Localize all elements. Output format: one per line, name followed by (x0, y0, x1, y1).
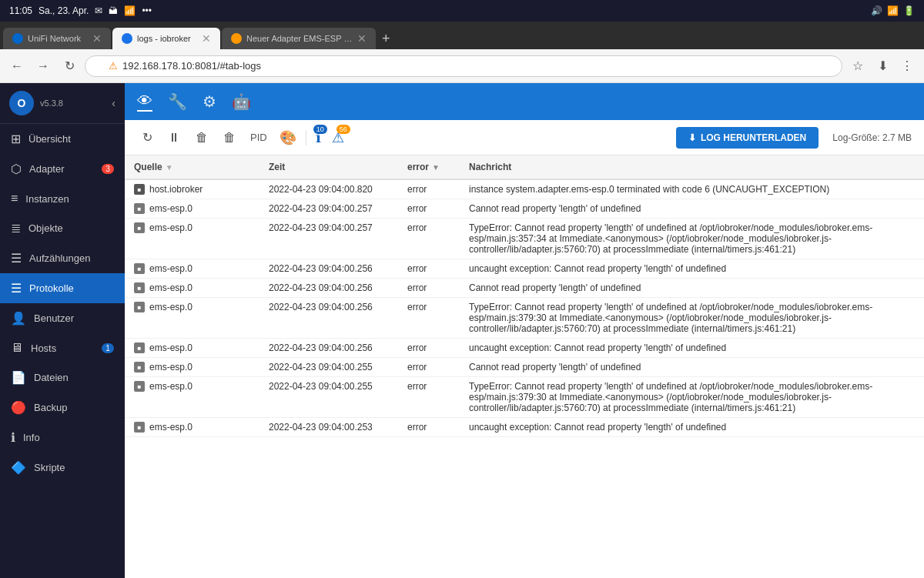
status-time: 11:05 (9, 5, 32, 16)
top-nav: 👁 🔧 ⚙ 🤖 (125, 83, 924, 120)
cell-source: ■ems-esp.0 (125, 279, 259, 298)
sidebar-label-hosts: Hosts (31, 342, 94, 354)
top-nav-wrench[interactable]: 🔧 (168, 92, 187, 111)
source-name: ems-esp.0 (149, 282, 192, 293)
forward-button[interactable]: → (32, 55, 54, 77)
hosts-badge: 1 (102, 343, 114, 353)
log-table-container[interactable]: Quelle ▼ Zeit error ▼ (125, 155, 924, 578)
tab-title-new-adapter: Neuer Adapter EMS-ESP für E (246, 34, 353, 43)
sidebar-item-backup[interactable]: 🔴 Backup (0, 393, 125, 423)
url-bar[interactable]: ⚠ 192.168.178.10:8081/#tab-logs (85, 55, 842, 77)
sidebar-item-instanzen[interactable]: ≡ Instanzen (0, 184, 125, 213)
sidebar: O v5.3.8 ‹ ⊞ Übersicht ⬡ Adapter 3 ≡ Ins… (0, 83, 125, 578)
col-header-source: Quelle ▼ (125, 155, 259, 179)
sidebar-item-skripte[interactable]: 🔷 Skripte (0, 453, 125, 483)
browser-tabs: UniFi Network ✕ logs - iobroker ✕ Neuer … (0, 22, 924, 49)
status-battery-icon: 🔋 (903, 5, 915, 16)
status-bar-right: 🔊 📶 🔋 (871, 5, 915, 16)
sidebar-item-objekte[interactable]: ≣ Objekte (0, 213, 125, 243)
cell-level: error (398, 179, 460, 199)
sidebar-item-protokolle[interactable]: ☰ Protokolle (0, 273, 125, 303)
sidebar-collapse-button[interactable]: ‹ (112, 97, 116, 109)
sidebar-item-hosts[interactable]: 🖥 Hosts 1 (0, 333, 125, 363)
logo-letter: O (18, 97, 26, 109)
cell-level: error (398, 339, 460, 358)
source-name: ems-esp.0 (149, 263, 192, 274)
benutzer-icon: 👤 (11, 311, 26, 326)
reload-button[interactable]: ↻ (59, 55, 80, 77)
top-nav-eye[interactable]: 👁 (137, 92, 152, 112)
source-type-icon: ■ (134, 422, 145, 433)
bookmark-button[interactable]: ☆ (847, 55, 869, 77)
notification-warning-button[interactable]: ⚠ 56 (329, 128, 347, 148)
cell-level: error (398, 219, 460, 259)
tab-close-iobroker[interactable]: ✕ (202, 32, 211, 45)
sidebar-item-info[interactable]: ℹ Info (0, 423, 125, 453)
cell-level: error (398, 199, 460, 219)
notification-info-button[interactable]: ℹ 10 (313, 128, 324, 148)
sidebar-item-benutzer[interactable]: 👤 Benutzer (0, 303, 125, 333)
pause-button[interactable]: ⏸ (162, 127, 186, 149)
download-log-button[interactable]: ⬇ LOG HERUNTERLADEN (676, 127, 819, 149)
tab-title-unifi: UniFi Network (28, 34, 88, 43)
cell-time: 2022-04-23 09:04:00.256 (259, 259, 398, 279)
cell-source: ■ems-esp.0 (125, 377, 259, 418)
download-button[interactable]: ⬇ (872, 55, 893, 77)
cell-source: ■ems-esp.0 (125, 199, 259, 219)
cell-time: 2022-04-23 09:04:00.255 (259, 358, 398, 377)
sidebar-item-adapter[interactable]: ⬡ Adapter 3 (0, 154, 125, 184)
table-row: ■ems-esp.02022-04-23 09:04:00.256errorCa… (125, 279, 924, 298)
status-volume-icon: 🔊 (871, 5, 882, 16)
clear-button[interactable]: 🗑 (218, 127, 241, 149)
color-palette-button[interactable]: 🎨 (276, 128, 300, 148)
new-tab-button[interactable]: + (377, 28, 395, 49)
col-source-sort[interactable]: ▼ (166, 163, 173, 172)
sidebar-item-ubersicht[interactable]: ⊞ Übersicht (0, 124, 125, 154)
source-type-icon: ■ (134, 302, 145, 312)
tab-iobroker[interactable]: logs - iobroker ✕ (112, 28, 220, 49)
cell-time: 2022-04-23 09:04:00.257 (259, 219, 398, 259)
info-icon: ℹ (11, 430, 15, 445)
cell-source: ■ems-esp.0 (125, 418, 259, 437)
delete-button[interactable]: 🗑 (190, 127, 213, 149)
table-row: ■ems-esp.02022-04-23 09:04:00.255errorTy… (125, 377, 924, 418)
cell-level: error (398, 298, 460, 339)
cell-time: 2022-04-23 09:04:00.256 (259, 339, 398, 358)
cell-message: uncaught exception: Cannot read property… (460, 259, 924, 279)
tab-unifi[interactable]: UniFi Network ✕ (3, 28, 111, 49)
sidebar-item-dateien[interactable]: 📄 Dateien (0, 363, 125, 393)
cell-message: Cannot read property 'length' of undefin… (460, 358, 924, 377)
source-name: ems-esp.0 (149, 422, 192, 433)
cell-message: TypeError: Cannot read property 'length'… (460, 298, 924, 339)
source-type-icon: ■ (134, 263, 145, 274)
source-type-icon: ■ (134, 381, 145, 392)
refresh-button[interactable]: ↻ (137, 126, 158, 149)
tab-new-adapter[interactable]: Neuer Adapter EMS-ESP für E ✕ (222, 28, 376, 49)
tab-close-new-adapter[interactable]: ✕ (357, 32, 367, 45)
tab-close-unifi[interactable]: ✕ (92, 32, 102, 45)
source-name: ems-esp.0 (149, 362, 192, 373)
cell-source: ■ems-esp.0 (125, 259, 259, 279)
adapter-icon: ⬡ (11, 162, 22, 176)
menu-button[interactable]: ⋮ (896, 55, 918, 77)
tab-favicon-new-adapter (231, 33, 242, 44)
source-name: ems-esp.0 (149, 203, 192, 214)
content-area: 👁 🔧 ⚙ 🤖 ↻ ⏸ 🗑 🗑 PID 🎨 ℹ 10 ⚠ 56 ⬇ (125, 83, 924, 578)
table-header-row: Quelle ▼ Zeit error ▼ (125, 155, 924, 179)
sidebar-item-aufzahlungen[interactable]: ☰ Aufzählungen (0, 243, 125, 273)
sidebar-label-dateien: Dateien (34, 372, 114, 383)
status-bar-left: 11:05 Sa., 23. Apr. ✉ 🏔 📶 ••• (9, 5, 152, 16)
log-table: Quelle ▼ Zeit error ▼ (125, 155, 924, 437)
col-level-filter[interactable]: ▼ (432, 163, 440, 172)
top-nav-gear[interactable]: ⚙ (203, 92, 216, 111)
back-button[interactable]: ← (6, 55, 28, 77)
sidebar-label-ubersicht: Übersicht (28, 133, 114, 145)
status-signal-icon: 📶 (887, 5, 899, 16)
source-type-icon: ■ (134, 342, 145, 353)
top-nav-head[interactable]: 🤖 (232, 92, 251, 111)
cell-source: ■ems-esp.0 (125, 219, 259, 259)
source-name: host.iobroker (149, 184, 203, 195)
instanzen-icon: ≡ (11, 192, 18, 205)
download-btn-label: LOG HERUNTERLADEN (701, 132, 806, 143)
cell-source: ■ems-esp.0 (125, 358, 259, 377)
